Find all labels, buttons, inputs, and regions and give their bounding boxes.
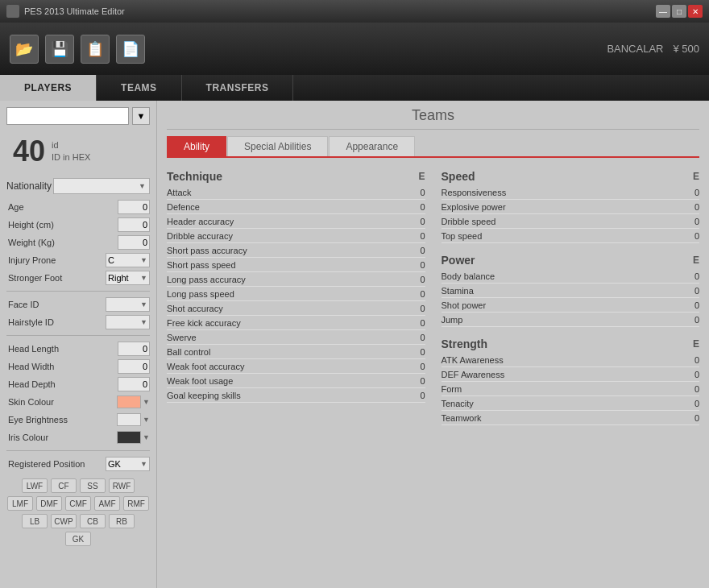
pos-rmf[interactable]: RMF [123, 496, 149, 511]
stat-value: 0 [679, 300, 699, 310]
stat-value: 0 [405, 362, 425, 371]
pos-lwf[interactable]: LWF [22, 478, 48, 493]
stronger-foot-row: Stronger Foot Right▼ [6, 270, 150, 286]
stat-value: 0 [679, 370, 699, 379]
stat-value: 0 [679, 231, 699, 241]
tab-teams[interactable]: TEAMS [97, 75, 182, 101]
technique-stat-row: Weak foot accuracy0 [167, 359, 425, 374]
stat-value: 0 [679, 384, 699, 394]
technique-stat-row: Weak foot usage0 [167, 374, 425, 388]
pos-cf[interactable]: CF [51, 478, 77, 493]
id-label: id [52, 139, 90, 151]
stat-label: Defence [167, 202, 405, 212]
head-width-value[interactable]: 0 [118, 359, 150, 374]
stat-label: Shot accuracy [167, 304, 405, 313]
save-button[interactable]: 💾 [45, 35, 74, 64]
reg-position-dropdown[interactable]: GK▼ [106, 457, 150, 471]
stat-label: Body balance [442, 271, 680, 281]
stat-label: Long pass accuracy [167, 275, 405, 284]
pos-amf[interactable]: AMF [94, 496, 120, 511]
pos-lb[interactable]: LB [22, 514, 48, 528]
speed-stat-row: Dribble speed0 [442, 214, 700, 229]
hairstyle-id-dropdown[interactable]: ▼ [106, 315, 150, 329]
iris-colour-swatch[interactable] [117, 431, 141, 444]
position-buttons: LWF CF SS RWF LMF DMF CMF AMF RMF LB CWP… [6, 478, 150, 546]
stronger-foot-dropdown[interactable]: Right▼ [106, 271, 150, 285]
pos-row-4: GK [6, 532, 150, 546]
stat-label: Short pass speed [167, 260, 405, 270]
age-row: Age 0 [6, 199, 150, 215]
left-panel: ▼ 40 id ID in HEX Nationality ▼ Age 0 He… [0, 101, 157, 588]
subtab-ability[interactable]: Ability [167, 136, 226, 156]
minimize-button[interactable]: — [656, 5, 670, 18]
skin-colour-swatch[interactable] [117, 395, 141, 408]
technique-stat-row: Swerve0 [167, 330, 425, 345]
weight-row: Weight (Kg) 0 [6, 234, 150, 251]
stat-label: Long pass speed [167, 289, 405, 299]
iris-colour-row: Iris Colour ▼ [6, 429, 150, 445]
stat-label: Attack [167, 188, 405, 197]
title-bar: PES 2013 Ultimate Editor — □ ✕ [0, 0, 709, 23]
stat-value: 0 [679, 355, 699, 365]
speed-header-row: Speed E [442, 168, 700, 185]
technique-stat-row: Goal keeping skills0 [167, 388, 425, 403]
hairstyle-id-row: Hairstyle ID ▼ [6, 314, 150, 330]
pos-cwp[interactable]: CWP [51, 514, 77, 528]
head-depth-value[interactable]: 0 [118, 377, 150, 391]
nationality-dropdown[interactable]: ▼ [53, 178, 150, 194]
strength-stat-row: Tenacity0 [442, 396, 700, 411]
height-value[interactable]: 0 [118, 217, 150, 232]
stronger-foot-label: Stronger Foot [6, 273, 106, 283]
search-button[interactable]: ▼ [132, 107, 150, 125]
strength-stats: ATK Awareness0DEF Awareness0Form0Tenacit… [442, 353, 700, 425]
tab-players[interactable]: PLAYERS [0, 75, 97, 101]
right-stats-column: Speed E Responsiveness0Explosive power0D… [442, 168, 700, 425]
pos-cmf[interactable]: CMF [65, 496, 91, 511]
balance-value: ¥ 500 [673, 43, 699, 55]
head-length-value[interactable]: 0 [118, 342, 150, 356]
stat-label: Tenacity [442, 399, 680, 408]
stat-value: 0 [679, 188, 699, 197]
reg-position-label: Registered Position [6, 459, 106, 469]
copy-button[interactable]: 📋 [81, 35, 110, 64]
face-id-dropdown[interactable]: ▼ [106, 297, 150, 312]
eye-brightness-swatch[interactable] [117, 413, 141, 426]
strength-e-header: E [683, 338, 699, 350]
tab-transfers[interactable]: TRANSFERS [182, 75, 294, 101]
technique-stat-row: Long pass accuracy0 [167, 272, 425, 287]
paste-button[interactable]: 📄 [116, 35, 145, 64]
pos-rwf[interactable]: RWF [109, 478, 135, 493]
weight-value[interactable]: 0 [118, 235, 150, 250]
pos-ss[interactable]: SS [80, 478, 106, 493]
power-header: Power [442, 254, 684, 267]
stat-label: Form [442, 384, 680, 394]
speed-header: Speed [442, 170, 684, 183]
technique-column: Technique E Attack0Defence0Header accura… [167, 168, 425, 425]
pos-dmf[interactable]: DMF [36, 496, 62, 511]
app-title: PES 2013 Ultimate Editor [24, 6, 125, 16]
stat-value: 0 [405, 202, 425, 212]
pos-lmf[interactable]: LMF [7, 496, 33, 511]
search-input[interactable] [6, 107, 129, 125]
open-button[interactable]: 📂 [10, 35, 39, 64]
stat-label: Header accuracy [167, 217, 405, 226]
maximize-button[interactable]: □ [672, 5, 686, 18]
pos-rb[interactable]: RB [109, 514, 135, 528]
stat-value: 0 [405, 376, 425, 386]
speed-stat-row: Responsiveness0 [442, 185, 700, 200]
close-button[interactable]: ✕ [688, 5, 703, 18]
eye-brightness-label: Eye Brightness [6, 415, 117, 424]
pos-cb[interactable]: CB [80, 514, 106, 528]
subtab-special[interactable]: Special Abilities [227, 136, 328, 156]
pos-gk[interactable]: GK [65, 532, 91, 546]
age-value[interactable]: 0 [118, 200, 150, 214]
stat-value: 0 [405, 260, 425, 270]
power-stat-row: Stamina0 [442, 284, 700, 298]
injury-row: Injury Prone C▼ [6, 252, 150, 268]
subtab-appearance[interactable]: Appearance [329, 136, 415, 156]
injury-dropdown[interactable]: C▼ [106, 253, 150, 267]
face-id-row: Face ID ▼ [6, 296, 150, 313]
power-e-header: E [683, 255, 699, 266]
main-content: ▼ 40 id ID in HEX Nationality ▼ Age 0 He… [0, 101, 709, 588]
eye-brightness-row: Eye Brightness ▼ [6, 412, 150, 428]
